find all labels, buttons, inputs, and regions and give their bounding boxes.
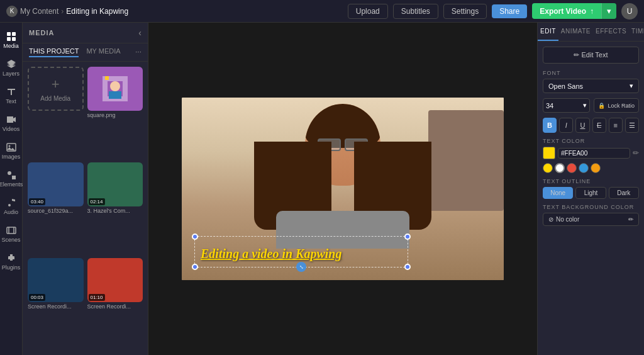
font-size-row: 34 ▾ 🔒 Lock Ratio <box>543 98 639 113</box>
sidebar-item-audio[interactable]: Audio <box>1 194 21 219</box>
sidebar-audio-label: Audio <box>4 209 18 215</box>
media-more-button[interactable]: ··· <box>135 47 142 57</box>
tab-effects[interactable]: EFFECTS <box>593 23 629 41</box>
edit-text-button[interactable]: ✏ Edit Text <box>543 47 639 64</box>
no-color-icon: ⊘ <box>548 216 553 223</box>
export-button-group: Export Video ↑ ▾ <box>532 3 616 19</box>
selection-handle-br[interactable] <box>404 264 411 270</box>
selection-handle-tr[interactable] <box>404 234 411 240</box>
lock-ratio-button[interactable]: 🔒 Lock Ratio <box>594 98 639 113</box>
svg-point-8 <box>8 204 11 206</box>
sidebar-elements-label: Elements <box>0 181 23 188</box>
breadcrumb-parent[interactable]: My Content <box>20 7 58 16</box>
image-icon <box>6 142 16 152</box>
color-preset-yellow[interactable] <box>543 163 553 173</box>
resize-icon[interactable]: ⤡ <box>296 262 306 272</box>
font-select[interactable]: Open Sans ▾ <box>543 79 639 93</box>
sidebar-item-text[interactable]: Text <box>1 83 21 108</box>
color-preset-white[interactable] <box>555 163 565 173</box>
color-preset-orange[interactable] <box>591 163 601 173</box>
user-avatar[interactable]: U <box>621 3 638 20</box>
media-duration-1: 03:40 <box>29 198 45 205</box>
sidebar-item-videos[interactable]: Videos <box>1 111 21 136</box>
font-size-value: 34 <box>546 102 553 110</box>
svg-rect-14 <box>105 76 109 80</box>
align-right-button[interactable]: ☰ <box>625 118 639 133</box>
tab-edit[interactable]: EDIT <box>538 23 558 41</box>
align-left-button[interactable]: ≡ <box>609 118 623 133</box>
media-thumb-screen2[interactable]: 01:10 <box>87 258 143 302</box>
tab-animate[interactable]: ANIMATE <box>558 23 593 41</box>
strikethrough-button[interactable]: E <box>592 118 606 133</box>
tab-timing[interactable]: TIMING <box>629 23 644 41</box>
color-preset-red[interactable] <box>567 163 577 173</box>
font-size-input[interactable]: 34 ▾ <box>543 98 590 113</box>
topbar-right: Upload Subtitles Settings Share Export V… <box>348 3 638 20</box>
add-media-button[interactable]: + Add Media <box>28 67 84 111</box>
right-panel-body: ✏ Edit Text FONT Open Sans ▾ 34 ▾ 🔒 Lock… <box>538 42 644 355</box>
underline-button[interactable]: U <box>575 118 589 133</box>
breadcrumb-current: Editing in Kapwing <box>66 7 128 16</box>
lock-ratio-label: Lock Ratio <box>608 103 635 109</box>
add-media-label: Add Media <box>40 95 70 102</box>
italic-button[interactable]: I <box>559 118 573 133</box>
outline-light-button[interactable]: Light <box>575 187 606 199</box>
svg-rect-2 <box>7 37 11 41</box>
outline-dark-button[interactable]: Dark <box>609 187 639 199</box>
media-grid: + Add Media square.png <box>23 62 148 355</box>
media-tab-my-media[interactable]: MY MEDIA <box>86 47 120 57</box>
color-preset-blue[interactable] <box>579 163 589 173</box>
media-item-0-label: square.png <box>87 112 143 118</box>
sidebar-item-elements[interactable]: Elements <box>1 166 21 191</box>
upload-button[interactable]: Upload <box>348 4 388 19</box>
share-button[interactable]: Share <box>492 4 527 18</box>
subtitles-button[interactable]: Subtitles <box>393 4 438 19</box>
media-thumb-image[interactable] <box>87 67 143 111</box>
grid-icon <box>6 31 16 42</box>
shapes-icon <box>6 170 16 180</box>
export-dropdown-button[interactable]: ▾ <box>601 3 616 19</box>
video-preview[interactable]: Editing a video in Kapwing ⤡ <box>148 23 537 355</box>
media-panel-title: MEDIA <box>29 29 54 37</box>
sidebar-images-label: Images <box>2 154 21 160</box>
export-main-button[interactable]: Export Video ↑ <box>532 4 601 19</box>
selection-handle-bl[interactable] <box>192 264 198 270</box>
no-color-button[interactable]: ⊘ No color ✏ <box>543 213 639 226</box>
sidebar-item-layers[interactable]: Layers <box>1 55 21 81</box>
bg-color-edit-icon: ✏ <box>628 216 633 223</box>
settings-button[interactable]: Settings <box>443 4 487 19</box>
font-dropdown-icon: ▾ <box>630 82 633 90</box>
bold-button[interactable]: B <box>543 118 557 133</box>
media-thumb-screen1[interactable]: 00:03 <box>28 258 84 302</box>
format-buttons: B I U E ≡ ☰ <box>543 118 639 133</box>
svg-rect-3 <box>12 37 16 41</box>
right-panel-tabs: EDIT ANIMATE EFFECTS TIMING <box>538 23 644 42</box>
no-color-label: No color <box>556 216 579 223</box>
media-thumb-hazel[interactable]: 02:14 <box>87 162 143 206</box>
media-tab-this-project[interactable]: THIS PROJECT <box>29 47 79 57</box>
color-presets <box>543 163 639 173</box>
media-panel-collapse-button[interactable]: ‹ <box>138 28 142 38</box>
text-color-hex[interactable]: #FFEA00 <box>558 148 630 159</box>
sidebar-item-media[interactable]: Media <box>1 28 21 53</box>
outline-none-button[interactable]: None <box>543 187 573 199</box>
media-item-2: 02:14 3. Hazel's Com... <box>87 162 143 254</box>
media-thumb-source[interactable]: 03:40 <box>28 162 84 206</box>
film-icon <box>6 225 16 235</box>
sidebar-item-images[interactable]: Images <box>1 138 21 164</box>
media-duration-2: 02:14 <box>89 198 105 205</box>
breadcrumb-separator: › <box>61 7 64 16</box>
sidebar-item-plugins[interactable]: Plugins <box>1 249 21 274</box>
svg-rect-7 <box>12 176 16 179</box>
sidebar-item-scenes[interactable]: Scenes <box>1 222 21 247</box>
bg-color-label: TEXT BACKGROUND COLOR <box>543 204 639 210</box>
person-area <box>232 104 453 249</box>
text-color-edit-button[interactable]: ✏ <box>633 149 639 157</box>
svg-rect-1 <box>12 32 16 36</box>
svg-point-5 <box>8 145 10 147</box>
text-color-swatch[interactable] <box>543 147 555 159</box>
media-item-4-label: Screen Recordi... <box>87 303 143 310</box>
selection-handle-tl[interactable] <box>192 234 198 240</box>
sidebar-scenes-label: Scenes <box>1 237 20 243</box>
sidebar-layers-label: Layers <box>3 70 19 77</box>
